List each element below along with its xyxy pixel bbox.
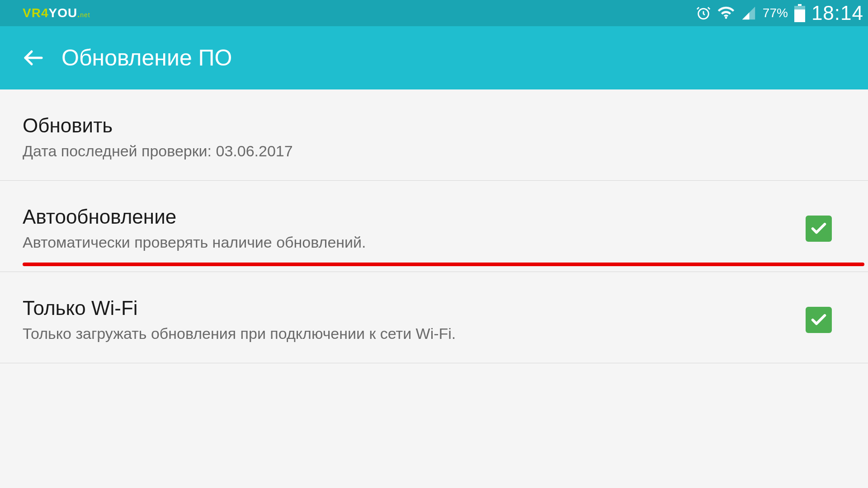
item-subtitle: Автоматически проверять наличие обновлен… [23, 234, 806, 251]
alarm-icon [696, 5, 711, 21]
item-title: Только Wi-Fi [23, 297, 806, 319]
back-button[interactable] [23, 47, 44, 69]
svg-rect-3 [794, 9, 805, 22]
battery-icon [794, 4, 805, 22]
item-title: Автообновление [23, 206, 806, 228]
setting-update-now[interactable]: Обновить Дата последней проверки: 03.06.… [0, 89, 868, 181]
checkbox-auto-update[interactable] [806, 216, 832, 242]
wifi-icon [717, 5, 735, 22]
item-text: Только Wi-Fi Только загружать обновления… [23, 297, 806, 343]
status-bar: VR4YOU.net 77% [0, 0, 868, 26]
highlight-underline [23, 263, 864, 266]
setting-wifi-only[interactable]: Только Wi-Fi Только загружать обновления… [0, 272, 868, 363]
check-icon [810, 311, 828, 329]
battery-percent: 77% [763, 6, 788, 20]
settings-list: Обновить Дата последней проверки: 03.06.… [0, 89, 868, 363]
watermark-part1: VR4 [23, 6, 48, 20]
item-text: Обновить Дата последней проверки: 03.06.… [23, 114, 845, 160]
page-title: Обновление ПО [61, 45, 232, 71]
watermark-part2: YOU [48, 6, 77, 20]
status-right: 77% 18:14 [696, 2, 863, 24]
check-icon [810, 220, 828, 238]
item-text: Автообновление Автоматически проверять н… [23, 206, 806, 251]
item-title: Обновить [23, 114, 845, 137]
item-subtitle: Дата последней проверки: 03.06.2017 [23, 142, 845, 160]
app-bar: Обновление ПО [0, 26, 868, 89]
clock-time: 18:14 [811, 2, 863, 24]
signal-icon [741, 5, 756, 21]
svg-rect-1 [798, 4, 802, 6]
watermark-logo: VR4YOU.net [23, 6, 90, 20]
checkbox-wifi-only[interactable] [806, 307, 832, 333]
watermark-ext: net [80, 11, 90, 19]
setting-auto-update[interactable]: Автообновление Автоматически проверять н… [0, 181, 868, 272]
item-subtitle: Только загружать обновления при подключе… [23, 325, 806, 343]
